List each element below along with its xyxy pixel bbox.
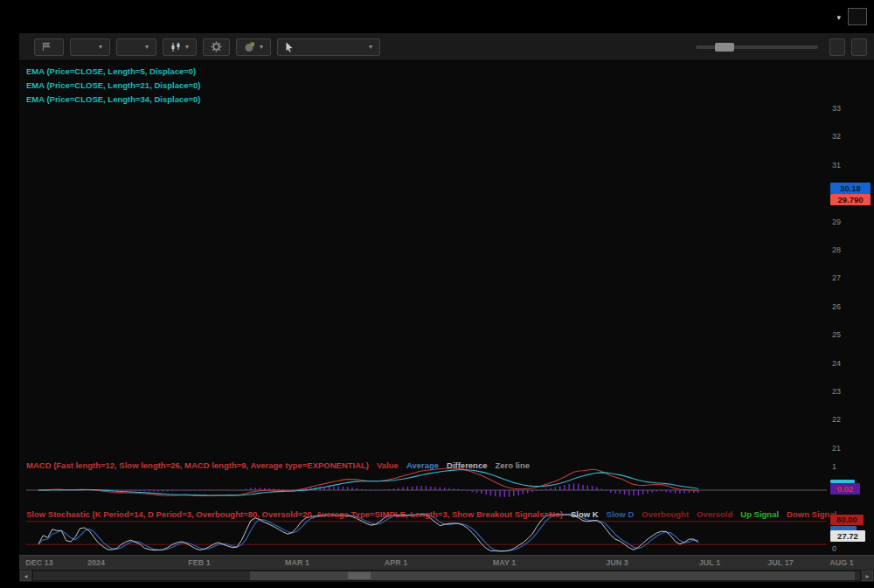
stochastic-legend-item: Overbought (642, 509, 689, 519)
chart-type-dropdown[interactable]: ▾ (163, 38, 197, 56)
macd-label[interactable]: MACD (Fast length=12, Slow length=26, MA… (26, 460, 530, 470)
time-tick: AUG 1 (822, 558, 861, 567)
stochastic-legend-item: Slow K (571, 509, 599, 519)
scrollbar-track[interactable] (33, 571, 860, 580)
price-tick: 29 (832, 218, 858, 226)
time-tick: JUL 17 (761, 558, 800, 567)
macd-legend-item: Zero line (496, 460, 531, 470)
stochastic-params: Slow Stochastic (K Period=14, D Period=3… (26, 509, 563, 519)
candlestick-icon (170, 42, 181, 52)
stochastic-legend-item: Slow D (607, 509, 635, 519)
stochastic-legend-item: Oversold (697, 509, 732, 519)
range-dropdown[interactable]: ▾ (116, 38, 156, 56)
price-tick: 28 (832, 246, 858, 254)
price-tick: 22 (832, 415, 858, 424)
scrollbar-grip (348, 572, 371, 579)
chevron-down-icon: ▾ (260, 43, 263, 51)
price-tick: 23 (832, 387, 858, 396)
drawing-tool-dropdown[interactable]: ▾ (277, 38, 380, 56)
stochastic-legend-item: Up Signal (740, 509, 779, 519)
chart-area[interactable]: EMA (Price=CLOSE, Length=5, Displace=0)E… (19, 61, 874, 582)
price-tick: 25 (832, 330, 858, 339)
time-tick: 2024 (77, 558, 115, 567)
time-tick: DEC 13 (20, 558, 59, 567)
macd-value-badge: 0.02 (830, 483, 860, 495)
scrollbar-thumb[interactable] (250, 571, 855, 580)
scroll-left-button[interactable]: ◂ (20, 571, 31, 581)
price-tick: 26 (832, 302, 858, 311)
chart-style-dropdown[interactable]: ▾ (236, 38, 271, 56)
style-palette-icon (244, 42, 255, 52)
timeframe-dropdown[interactable]: ▾ (70, 38, 110, 56)
stochastic-label[interactable]: Slow Stochastic (K Period=14, D Period=3… (26, 509, 836, 519)
ema-study-label[interactable]: EMA (Price=CLOSE, Length=21, Displace=0) (26, 80, 200, 90)
last-price-badge: 29.790 (830, 194, 871, 205)
macd-legend-item: Difference (447, 460, 487, 470)
time-tick: APR 1 (377, 558, 415, 567)
ask-price-badge: 30.18 (830, 183, 871, 194)
chart-settings-button[interactable] (203, 38, 230, 56)
price-tick: 27 (832, 273, 858, 282)
price-tick: 31 (832, 161, 858, 169)
time-tick: MAY 1 (485, 558, 524, 567)
zoom-slider[interactable] (690, 45, 823, 49)
time-tick: JUN 3 (598, 558, 636, 567)
time-axis-bar[interactable] (19, 555, 874, 570)
time-tick: FEB 1 (180, 558, 218, 567)
chevron-down-icon: ▾ (185, 43, 189, 51)
ema-study-label[interactable]: EMA (Price=CLOSE, Length=34, Displace=0) (26, 94, 200, 104)
price-tick: 21 (832, 444, 858, 453)
time-tick: JUL 1 (690, 558, 729, 567)
chart-toolbar: ▾ ▾ ▾ ▾ ▾ (19, 33, 874, 61)
stoch-axis-tick: 0 (832, 544, 858, 553)
chart-canvas[interactable] (19, 61, 874, 582)
ema-study-label[interactable]: EMA (Price=CLOSE, Length=5, Displace=0) (26, 66, 196, 76)
price-tick: 33 (832, 104, 858, 113)
stochastic-legend-item: Down Signal (787, 509, 836, 519)
zoom-slider-thumb[interactable] (715, 43, 734, 52)
save-button[interactable] (829, 38, 845, 56)
chevron-down-icon: ▾ (369, 43, 372, 51)
load-button[interactable] (851, 38, 867, 56)
cursor-arrow-icon (285, 42, 294, 52)
left-sidebar (0, 33, 19, 588)
overbought-badge: 80.00 (830, 515, 864, 525)
chevron-down-icon: ▾ (836, 13, 841, 22)
macd-legend-item: Average (406, 460, 439, 470)
collapse-panel-button[interactable] (848, 8, 867, 25)
flag-icon (42, 42, 52, 52)
price-tick: 24 (832, 359, 858, 368)
chevron-down-icon: ▾ (145, 43, 149, 51)
scroll-right-button[interactable]: ▸ (862, 571, 873, 581)
time-tick: MAR 1 (278, 558, 316, 567)
horizontal-scrollbar[interactable]: ◂ ▸ (19, 570, 874, 582)
indicators-button[interactable] (34, 38, 64, 56)
chevron-down-icon: ▾ (99, 43, 102, 51)
accounts-menu[interactable]: ▾ (836, 10, 841, 23)
macd-axis-tick: 1 (832, 462, 858, 471)
quote-header: ▾ (0, 0, 874, 33)
gear-icon (211, 41, 222, 52)
macd-params: MACD (Fast length=12, Slow length=26, MA… (26, 460, 369, 470)
slow-k-badge: 27.72 (830, 530, 865, 542)
zoom-slider-track[interactable] (696, 45, 818, 49)
macd-legend-item: Value (377, 460, 399, 470)
price-tick: 32 (832, 132, 858, 141)
